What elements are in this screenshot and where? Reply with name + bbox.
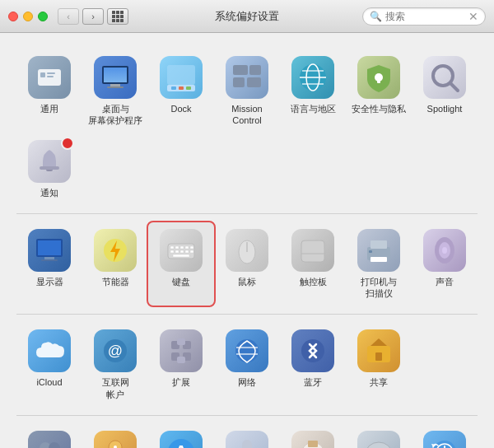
pref-item-extensions[interactable]: 扩展 xyxy=(148,323,214,407)
icloud-icon xyxy=(28,329,71,372)
mission-label: MissionControl xyxy=(231,103,262,127)
close-button[interactable] xyxy=(8,12,18,21)
pref-item-sharing[interactable]: 共享 xyxy=(346,323,412,407)
spotlight-label: Spotlight xyxy=(427,103,463,114)
search-icon: 🔍 xyxy=(370,11,382,22)
network-icon xyxy=(226,329,268,372)
svg-rect-44 xyxy=(190,250,193,253)
svg-rect-41 xyxy=(175,250,179,253)
svg-rect-28 xyxy=(40,166,59,170)
svg-rect-8 xyxy=(107,86,124,88)
svg-rect-71 xyxy=(375,352,382,361)
svg-rect-16 xyxy=(233,77,245,87)
energy-label: 节能器 xyxy=(102,276,129,287)
grid-view-button[interactable] xyxy=(107,8,128,25)
security-label: 安全性与隐私 xyxy=(352,103,406,114)
printer-label: 打印机与扫描仪 xyxy=(361,276,397,300)
svg-point-87 xyxy=(366,442,392,448)
svg-rect-53 xyxy=(369,250,372,253)
desktop-icon xyxy=(94,56,137,99)
pref-item-parental[interactable]: 家长控制 xyxy=(82,424,148,448)
pref-item-icloud[interactable]: iCloud xyxy=(16,323,82,407)
pref-item-security[interactable]: 安全性与隐私 xyxy=(346,49,412,133)
svg-marker-70 xyxy=(370,338,387,346)
search-bar[interactable]: 🔍 ✕ xyxy=(362,7,486,26)
svg-text:A: A xyxy=(175,441,188,448)
bluetooth-label: 蓝牙 xyxy=(304,376,322,388)
notify-badge xyxy=(61,137,74,150)
internet-label: 互联网帐户 xyxy=(102,376,129,400)
general-label: 通用 xyxy=(40,103,58,114)
security-icon xyxy=(357,56,400,99)
datetime-icon: 18 xyxy=(291,431,334,448)
pref-item-internet[interactable]: @ 互联网帐户 xyxy=(82,323,148,407)
pref-item-keyboard[interactable]: 键盘 xyxy=(148,222,214,306)
pref-item-bluetooth[interactable]: 蓝牙 xyxy=(280,323,346,407)
pref-item-startup[interactable]: 启动磁盘 xyxy=(346,424,412,448)
bluetooth-icon xyxy=(291,329,334,372)
svg-rect-32 xyxy=(41,259,58,261)
svg-rect-6 xyxy=(104,68,127,82)
svg-rect-2 xyxy=(47,72,55,74)
timemachine-icon xyxy=(423,431,466,448)
pref-item-desktop[interactable]: 桌面与屏幕保护程序 xyxy=(82,49,148,133)
svg-rect-39 xyxy=(190,246,193,249)
svg-rect-24 xyxy=(377,77,380,83)
pref-item-display[interactable]: 显示器 xyxy=(16,222,82,306)
pref-item-dictation[interactable]: 听写与语音 xyxy=(214,424,280,448)
pref-item-mouse[interactable]: 鼠标 xyxy=(214,222,280,306)
pref-item-network[interactable]: 网络 xyxy=(214,323,280,407)
printer-icon xyxy=(357,229,400,272)
svg-rect-48 xyxy=(301,240,324,262)
pref-item-mission[interactable]: MissionControl xyxy=(214,49,280,133)
pref-item-timemachine[interactable]: Time Machine xyxy=(412,424,478,448)
users-icon xyxy=(28,431,71,448)
nav-buttons: ‹ › xyxy=(58,8,104,25)
svg-rect-64 xyxy=(177,357,185,363)
pref-item-sound[interactable]: 声音 xyxy=(412,222,478,306)
pref-item-language[interactable]: 语言与地区 xyxy=(280,49,346,133)
icloud-label: iCloud xyxy=(36,376,62,388)
spotlight-icon xyxy=(423,56,466,99)
pref-item-datetime[interactable]: 18 日期与时间 xyxy=(280,424,346,448)
mouse-icon xyxy=(226,229,268,272)
section-personal: 通用 桌面与屏幕保护程序 Dock MissionControl 语言与地区 xyxy=(16,41,478,214)
mission-icon xyxy=(226,56,268,99)
mouse-label: 鼠标 xyxy=(238,276,256,287)
dock-icon xyxy=(160,56,203,99)
language-label: 语言与地区 xyxy=(291,103,336,114)
trackpad-label: 触控板 xyxy=(300,276,327,287)
section-system: 用户与群组 家长控制 A App Store 听写与语音 18 日期与时间 xyxy=(16,416,478,448)
pref-item-energy[interactable]: 节能器 xyxy=(82,222,148,306)
search-clear-icon[interactable]: ✕ xyxy=(468,11,478,22)
pref-item-general[interactable]: 通用 xyxy=(16,49,82,133)
svg-rect-45 xyxy=(173,254,189,257)
desktop-label: 桌面与屏幕保护程序 xyxy=(88,103,142,127)
pref-item-trackpad[interactable]: 触控板 xyxy=(280,222,346,306)
pref-item-users[interactable]: 用户与群组 xyxy=(16,424,82,448)
minimize-button[interactable] xyxy=(23,12,33,21)
svg-point-73 xyxy=(49,442,60,448)
pref-item-dock[interactable]: Dock xyxy=(148,49,214,133)
maximize-button[interactable] xyxy=(38,12,48,21)
titlebar: ‹ › 系统偏好设置 🔍 ✕ xyxy=(0,0,494,33)
parental-icon xyxy=(94,431,137,448)
extensions-icon xyxy=(160,329,203,372)
svg-rect-14 xyxy=(233,65,248,75)
svg-point-56 xyxy=(442,247,447,254)
pref-item-notify[interactable]: 通知 xyxy=(16,133,82,205)
dictation-icon xyxy=(226,431,268,448)
window-title: 系统偏好设置 xyxy=(215,9,279,24)
svg-rect-30 xyxy=(38,240,61,255)
search-input[interactable] xyxy=(385,11,468,22)
svg-rect-38 xyxy=(185,246,189,249)
svg-rect-63 xyxy=(177,338,185,345)
svg-rect-36 xyxy=(175,246,179,249)
display-icon xyxy=(28,229,71,272)
svg-rect-17 xyxy=(247,77,261,87)
forward-button[interactable]: › xyxy=(82,8,104,25)
pref-item-appstore[interactable]: A App Store xyxy=(148,424,214,448)
back-button[interactable]: ‹ xyxy=(58,8,79,25)
pref-item-printer[interactable]: 打印机与扫描仪 xyxy=(346,222,412,306)
pref-item-spotlight[interactable]: Spotlight xyxy=(412,49,478,133)
